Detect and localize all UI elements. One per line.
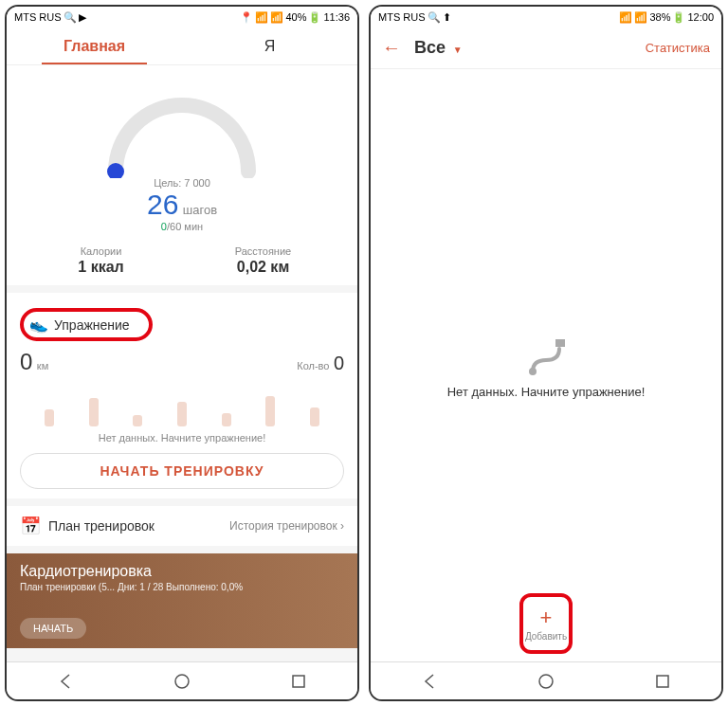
carrier: MTS RUS <box>378 11 426 23</box>
calories-stat: Калории 1 ккал <box>20 245 182 276</box>
upload-icon: ⬆ <box>443 11 451 24</box>
search-icon: 🔍 <box>428 11 441 24</box>
wifi-icon: 📶 <box>619 11 632 24</box>
filter-dropdown[interactable]: Все ▼ <box>414 38 463 58</box>
no-data-text: Нет данных. Начните упражнение! <box>20 432 344 444</box>
home-button[interactable] <box>537 672 555 691</box>
minutes: 0/60 мин <box>20 221 344 232</box>
cardio-start-button[interactable]: НАЧАТЬ <box>20 618 86 639</box>
exercise-highlight: 👟 Упражнение <box>20 308 153 341</box>
status-bar: MTS RUS 🔍 ⬆ 📶 📶 38% 🔋 12:00 <box>371 7 721 27</box>
svg-point-4 <box>529 368 537 375</box>
status-time: 11:36 <box>323 11 350 23</box>
status-time: 12:00 <box>687 11 714 23</box>
back-button[interactable] <box>56 672 75 691</box>
status-bar: MTS RUS 🔍 ▶ 📍 📶 📶 40% 🔋 11:36 <box>7 7 357 27</box>
empty-state: Нет данных. Начните упражнение! <box>371 69 721 661</box>
goal-text: Цель: 7 000 <box>20 177 344 189</box>
plan-label: План тренировок <box>48 518 155 534</box>
svg-point-5 <box>539 675 553 688</box>
phone-left: MTS RUS 🔍 ▶ 📍 📶 📶 40% 🔋 11:36 Главная Я <box>5 5 359 701</box>
svg-rect-6 <box>657 676 668 687</box>
content: Цель: 7 000 26 шагов 0/60 мин Калории 1 … <box>7 65 357 661</box>
steps-value: 26 <box>147 189 178 220</box>
tab-main[interactable]: Главная <box>7 27 182 64</box>
calendar-icon: 📅 <box>20 516 41 536</box>
tabs: Главная Я <box>7 27 357 65</box>
search-icon: 🔍 <box>64 11 77 24</box>
battery-percent: 40% <box>285 11 306 23</box>
header: ← Все ▼ Статистика <box>371 27 721 69</box>
cardio-subtitle: План тренировки (5... Дни: 1 / 28 Выполн… <box>20 582 344 592</box>
back-arrow[interactable]: ← <box>382 37 401 59</box>
play-icon: ▶ <box>79 11 86 24</box>
empty-text: Нет данных. Начните упражнение! <box>447 385 646 399</box>
phone-right: MTS RUS 🔍 ⬆ 📶 📶 38% 🔋 12:00 ← Все ▼ Стат… <box>369 5 723 701</box>
route-icon <box>519 332 573 385</box>
location-icon: 📍 <box>240 11 253 24</box>
wifi-icon: 📶 <box>255 11 268 24</box>
steps-card[interactable]: Цель: 7 000 26 шагов 0/60 мин Калории 1 … <box>7 65 357 285</box>
shoe-icon: 👟 <box>29 316 48 334</box>
home-button[interactable] <box>173 672 191 691</box>
recent-button[interactable] <box>289 672 308 691</box>
km-value: 0 <box>20 349 32 374</box>
start-training-button[interactable]: НАЧАТЬ ТРЕНИРОВКУ <box>20 453 344 489</box>
battery-percent: 38% <box>649 11 670 23</box>
history-link[interactable]: История тренировок › <box>229 519 344 533</box>
count-value: 0 <box>334 353 344 373</box>
battery-icon: 🔋 <box>308 11 321 24</box>
signal-icon: 📶 <box>270 11 283 24</box>
plan-card[interactable]: 📅 План тренировок История тренировок › <box>7 506 357 546</box>
svg-rect-2 <box>293 676 304 687</box>
exercise-card[interactable]: 👟 Упражнение 0 км Кол-во 0 Нет данных. Н… <box>7 293 357 498</box>
add-button[interactable]: + Добавить <box>519 593 573 654</box>
back-button[interactable] <box>420 672 439 691</box>
plus-icon: + <box>540 606 553 630</box>
statistics-link[interactable]: Статистика <box>646 41 710 55</box>
distance-stat: Расстояние 0,02 км <box>182 245 344 276</box>
nav-bar <box>7 661 357 699</box>
steps-gauge <box>97 88 267 173</box>
bars-chart <box>20 383 344 426</box>
exercise-label: Упражнение <box>54 317 130 333</box>
signal-icon: 📶 <box>634 11 647 24</box>
chevron-down-icon: ▼ <box>450 45 463 55</box>
svg-rect-3 <box>555 339 565 347</box>
cardio-title: Кардиотренировка <box>20 563 344 580</box>
carrier: MTS RUS <box>14 11 62 23</box>
steps-label: шагов <box>183 203 217 217</box>
battery-icon: 🔋 <box>672 11 685 24</box>
tab-me[interactable]: Я <box>182 27 357 64</box>
recent-button[interactable] <box>653 672 672 691</box>
cardio-banner[interactable]: Кардиотренировка План тренировки (5... Д… <box>7 553 357 648</box>
svg-point-1 <box>175 675 189 688</box>
nav-bar <box>371 661 721 699</box>
